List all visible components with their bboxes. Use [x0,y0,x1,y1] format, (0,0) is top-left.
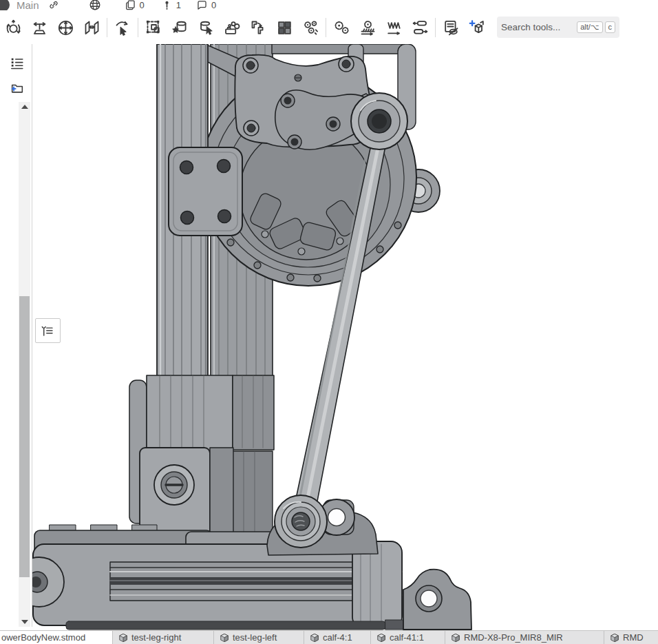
tab-label: RMD [623,632,644,643]
part-cube-icon [610,633,619,643]
insert-new-tab-icon[interactable] [464,15,490,40]
tab-test-leg-left[interactable]: test-leg-left [214,631,304,644]
comments-count: 0 [211,0,216,10]
gear-relation-icon[interactable] [328,15,354,40]
document-bar: Main 0 [0,0,658,10]
avatar[interactable] [0,0,10,10]
hidden-instances-icon[interactable] [438,15,464,40]
orbit-icon[interactable] [0,15,26,40]
tab-calf-4-1[interactable]: calf-4:1 [304,631,371,644]
shortcut-alt-badge: alt/⌥ [577,21,602,33]
copies-count: 0 [140,0,145,10]
parallel-planes-icon[interactable] [78,15,105,40]
part-cube-icon [220,633,229,643]
appearance-icon[interactable] [219,15,245,40]
toolbar-separator [138,18,138,37]
tab-label: calf-41:1 [390,632,424,643]
pan-move-icon[interactable] [52,15,78,40]
copies-icon[interactable] [123,0,138,10]
expand-instance-list-icon [41,324,55,338]
assembly-toolbar: Search tools... alt/⌥ c [0,11,658,44]
tab-label: calf-4:1 [323,632,352,643]
scroll-up-arrow[interactable] [19,102,30,112]
screw-relation-icon[interactable] [381,15,407,40]
drag-icon[interactable] [109,15,136,40]
ankle-joint [267,495,378,555]
toolbar-separator [435,18,436,37]
tab-test-leg-right[interactable]: test-leg-right [113,631,214,644]
edit-in-context-icon[interactable] [193,15,219,40]
part-cube-icon [118,633,128,643]
robot-leg-model [32,44,658,631]
shortcut-key-badge: c [605,21,616,33]
linear-relation-icon[interactable] [407,15,433,40]
rack-pinion-relation-icon[interactable] [354,15,381,40]
part-cube-icon [451,633,460,643]
foot-extrusion [32,532,461,630]
3d-viewport[interactable] [32,44,658,631]
add-folder-icon[interactable] [8,80,26,96]
left-panel-scrollbar[interactable] [19,102,30,627]
instance-list-icon[interactable] [8,55,26,72]
globe-icon[interactable] [87,0,103,10]
link-icon[interactable] [46,0,61,10]
part-cube-icon [310,633,319,643]
insert-part-icon[interactable] [167,15,193,40]
pattern-icon[interactable] [271,15,297,40]
workspace-name: Main [17,0,39,10]
toolbar-separator [326,18,326,37]
pin-icon[interactable] [160,0,175,10]
crank-rod-end [351,93,407,149]
expand-instance-list-button[interactable] [35,318,61,343]
tab-lowerbodynew[interactable]: owerBodyNew.stmod [0,631,113,644]
turntable-rotate-icon[interactable] [26,15,52,40]
tab-label: RMD-X8-Pro_MIR8_MIR [464,632,563,643]
search-tools-box[interactable]: Search tools... alt/⌥ c [497,17,619,38]
part-cube-icon [376,633,386,643]
scrollbar-thumb[interactable] [19,296,30,577]
pins-count: 1 [176,0,181,10]
tab-bar: owerBodyNew.stmod test-leg-right test-le… [0,630,658,644]
explode-parts-icon[interactable] [297,15,323,40]
tab-label: owerBodyNew.stmod [1,632,85,643]
select-box-icon[interactable] [140,15,167,40]
knee-clevis-block [129,375,274,550]
rail-mount-pad [169,147,242,236]
comments-icon[interactable] [195,0,210,10]
replicate-icon[interactable] [245,15,271,40]
foot-end-bracket [403,570,471,630]
top-frame-bar [272,44,403,54]
tab-rmd-x8-pro[interactable]: RMD-X8-Pro_MIR8_MIR [445,631,604,644]
tab-calf-41-1[interactable]: calf-41:1 [371,631,445,644]
search-input[interactable]: Search tools... [501,22,575,32]
scroll-down-arrow[interactable] [19,617,30,627]
toolbar-separator [107,18,107,37]
left-panel [0,44,32,627]
tab-label: test-leg-right [131,632,181,643]
tab-rmd-cut[interactable]: RMD [604,631,652,644]
tab-label: test-leg-left [233,632,277,643]
assembly-workspace: Main 0 [0,0,658,644]
